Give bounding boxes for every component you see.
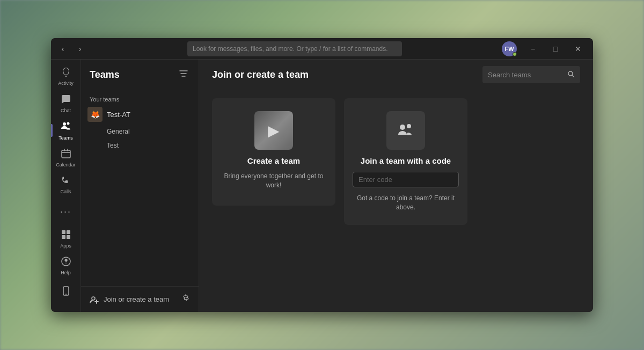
enter-code-input[interactable] (353, 172, 459, 187)
main-content-header: Join or create a team (199, 60, 593, 90)
join-team-title: Join a team with a code (361, 156, 451, 165)
svg-point-13 (400, 125, 405, 130)
team-item[interactable]: 🦊 Test-AT ··· (83, 105, 196, 124)
sidebar-item-calls[interactable]: Calls (53, 172, 79, 197)
search-teams-bar[interactable] (482, 66, 580, 83)
device-icon (61, 286, 71, 300)
teams-panel-header: Teams (81, 60, 199, 90)
svg-rect-6 (67, 235, 70, 239)
svg-rect-5 (62, 235, 65, 239)
sidebar-item-help[interactable]: Help (53, 253, 79, 278)
svg-point-0 (63, 122, 66, 126)
command-search-text: Look for messages, files, and more. Or t… (193, 45, 387, 53)
svg-point-11 (92, 297, 95, 300)
help-icon (61, 256, 71, 269)
app-window: ‹ › Look for messages, files, and more. … (51, 38, 593, 312)
nav-buttons: ‹ › (51, 41, 92, 56)
join-team-card[interactable]: Join a team with a code Got a code to jo… (344, 98, 467, 225)
search-icon (567, 70, 575, 78)
svg-point-8 (65, 264, 67, 265)
your-teams-label: Your teams (81, 92, 199, 105)
activity-icon (61, 67, 71, 80)
close-button[interactable]: ✕ (567, 40, 589, 57)
back-button[interactable]: ‹ (55, 41, 70, 56)
avatar-status (513, 52, 517, 56)
search-teams-button[interactable] (567, 70, 575, 79)
chat-label: Chat (61, 108, 71, 113)
search-teams-input[interactable] (488, 71, 563, 79)
command-search-bar[interactable]: Look for messages, files, and more. Or t… (187, 41, 402, 56)
main-layout: Activity Chat (51, 60, 593, 312)
sidebar-item-calendar[interactable]: Calendar (53, 145, 79, 170)
sidebar-item-activity[interactable]: Activity (53, 64, 79, 89)
titlebar: ‹ › Look for messages, files, and more. … (51, 38, 593, 60)
teams-list: Your teams 🦊 Test-AT ··· General Test (81, 90, 199, 286)
sidebar-item-apps[interactable]: Apps (53, 227, 79, 251)
join-create-icon (90, 295, 99, 304)
avatar[interactable]: FW (502, 41, 517, 56)
join-team-desc: Got a code to join a team? Enter it abov… (353, 194, 459, 212)
channel-name-test: Test (107, 142, 119, 149)
teams-panel-footer: Join or create a team (81, 286, 199, 312)
calls-icon (61, 175, 71, 188)
svg-rect-2 (62, 150, 70, 158)
svg-rect-3 (62, 230, 65, 234)
teams-panel-title: Teams (90, 69, 120, 81)
create-team-icon (254, 111, 293, 150)
sidebar: Activity Chat (51, 60, 81, 312)
main-content: Join or create a team Create a team (199, 60, 593, 312)
join-create-label: Join or create a team (104, 295, 169, 303)
cards-container: Create a team Bring everyone together an… (199, 90, 593, 312)
titlebar-right: FW − □ ✕ (497, 40, 593, 57)
channel-name-general: General (107, 128, 130, 135)
create-team-desc: Bring everyone together and get to work! (221, 172, 327, 190)
sidebar-item-device[interactable] (53, 281, 79, 305)
svg-point-1 (67, 122, 69, 125)
create-team-card[interactable]: Create a team Bring everyone together an… (212, 98, 335, 206)
chat-icon (61, 94, 71, 107)
team-name: Test-AT (107, 111, 179, 119)
teams-panel: Teams Your teams 🦊 Test-AT ··· Ge (81, 60, 199, 312)
teams-icon (60, 120, 72, 135)
svg-rect-4 (67, 230, 70, 234)
calendar-icon (61, 148, 71, 162)
teams-label: Teams (58, 136, 73, 141)
calendar-label: Calendar (56, 163, 76, 167)
join-team-icon (386, 111, 425, 150)
minimize-button[interactable]: − (522, 40, 544, 57)
calls-label: Calls (60, 189, 71, 194)
apps-icon (61, 229, 71, 243)
filter-button[interactable] (177, 67, 190, 82)
sidebar-item-more[interactable]: ··· (53, 199, 79, 224)
apps-label: Apps (60, 244, 71, 249)
sidebar-item-teams[interactable]: Teams (53, 118, 79, 143)
sidebar-item-chat[interactable]: Chat (53, 91, 79, 115)
main-title: Join or create a team (212, 69, 309, 81)
svg-point-10 (65, 294, 67, 295)
activity-label: Activity (58, 81, 74, 86)
settings-button[interactable] (179, 292, 192, 307)
team-avatar: 🦊 (87, 107, 103, 122)
svg-point-14 (407, 124, 411, 128)
help-label: Help (61, 271, 71, 275)
channel-item-test[interactable]: Test (83, 138, 196, 152)
channel-item-general[interactable]: General (83, 124, 196, 138)
join-create-button[interactable]: Join or create a team (87, 293, 171, 307)
maximize-button[interactable]: □ (545, 40, 566, 57)
settings-icon (181, 294, 190, 303)
more-icon: ··· (60, 206, 71, 217)
forward-button[interactable]: › (72, 41, 87, 56)
create-team-title: Create a team (247, 156, 300, 165)
